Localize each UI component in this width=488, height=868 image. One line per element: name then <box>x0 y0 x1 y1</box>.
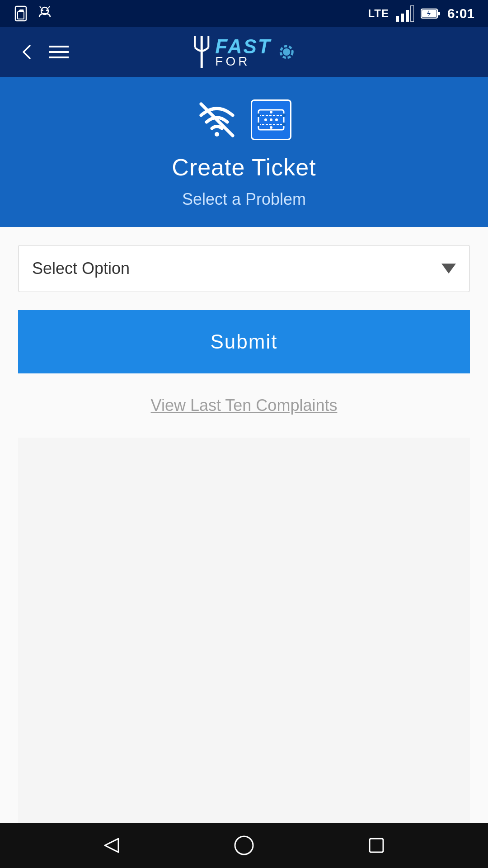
svg-rect-13 <box>437 12 440 15</box>
svg-point-33 <box>270 111 272 113</box>
logo-fork-icon <box>190 36 213 68</box>
view-complaints-container: View Last Ten Complaints <box>18 373 470 438</box>
svg-marker-38 <box>105 839 118 852</box>
svg-point-29 <box>257 113 260 117</box>
svg-rect-11 <box>411 5 414 22</box>
ticket-icon <box>251 99 291 140</box>
svg-point-34 <box>270 118 272 121</box>
logo-text-for: FOR <box>215 54 250 69</box>
svg-rect-10 <box>406 10 409 22</box>
header-section: Create Ticket Select a Problem <box>0 77 488 227</box>
logo-gear-icon <box>276 41 298 63</box>
android-home-button[interactable] <box>233 834 255 857</box>
submit-button-label: Submit <box>211 330 278 353</box>
empty-area <box>18 438 470 823</box>
battery-icon <box>421 7 441 20</box>
svg-rect-8 <box>396 16 399 22</box>
android-back-button[interactable] <box>100 834 123 857</box>
header-icons <box>197 99 291 140</box>
status-bar-left <box>14 5 53 22</box>
android-nav-bar <box>0 823 488 868</box>
main-content: Select Option Submit View Last Ten Compl… <box>0 227 488 823</box>
svg-point-32 <box>282 123 286 126</box>
signal-icon <box>396 5 414 22</box>
android-icon <box>37 5 53 22</box>
svg-rect-1 <box>18 12 24 19</box>
view-complaints-link[interactable]: View Last Ten Complaints <box>151 396 338 415</box>
svg-line-6 <box>40 6 41 8</box>
svg-point-22 <box>283 48 291 56</box>
svg-point-30 <box>282 113 286 117</box>
svg-point-35 <box>270 126 272 129</box>
chevron-down-icon <box>441 264 456 274</box>
submit-button[interactable]: Submit <box>18 310 470 373</box>
time-display: 6:01 <box>447 6 474 21</box>
page-title: Create Ticket <box>172 154 316 181</box>
select-label: Select Option <box>32 259 130 278</box>
status-bar-right: LTE 6:01 <box>368 5 474 22</box>
back-button[interactable] <box>14 38 41 66</box>
svg-point-5 <box>46 9 48 11</box>
menu-button[interactable] <box>45 38 72 66</box>
svg-point-39 <box>235 836 253 854</box>
app-logo: FAST FOR <box>190 35 297 69</box>
nav-bar: FAST FOR <box>0 27 488 77</box>
svg-rect-9 <box>401 14 404 22</box>
wifi-off-icon <box>197 99 237 140</box>
svg-point-24 <box>215 132 219 137</box>
status-bar: LTE 6:01 <box>0 0 488 27</box>
svg-rect-40 <box>370 839 383 852</box>
svg-point-36 <box>264 118 267 121</box>
problem-select[interactable]: Select Option <box>18 245 470 292</box>
svg-point-4 <box>42 9 43 11</box>
svg-line-7 <box>48 6 50 8</box>
lte-label: LTE <box>368 7 389 20</box>
svg-marker-2 <box>18 9 24 12</box>
page-subtitle: Select a Problem <box>182 190 306 209</box>
sim-icon <box>14 5 30 22</box>
svg-point-37 <box>275 118 278 121</box>
android-recent-button[interactable] <box>365 834 388 857</box>
svg-point-31 <box>257 123 260 126</box>
